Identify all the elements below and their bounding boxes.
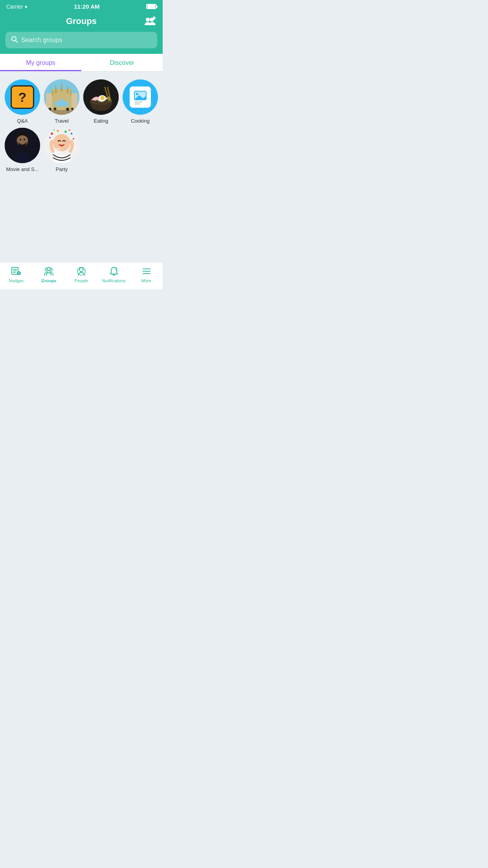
svg-point-26 [101,96,105,100]
groups-content: ? Q&A [0,72,163,262]
page-title: Groups [66,16,97,26]
status-bar: Carrier ▾ 11:20 AM [0,0,163,12]
status-time: 11:20 AM [74,3,99,10]
battery-icon [146,4,156,9]
svg-text:hello: hello [55,147,61,150]
tab-discover[interactable]: Discover [81,54,163,71]
svg-rect-15 [55,101,59,107]
people-label: People [75,278,88,283]
notifications-icon [108,266,119,277]
svg-point-49 [71,133,73,135]
carrier-label: Carrier [6,4,23,10]
nav-item-notifications[interactable]: Notifications [97,266,130,283]
group-item-cooking[interactable]: Cooking [122,79,159,124]
more-label: More [141,278,151,283]
svg-rect-16 [64,101,68,107]
groups-icon [43,266,54,277]
qa-icon: ? [11,85,34,109]
svg-point-68 [114,267,118,271]
svg-point-53 [69,129,71,131]
group-name-cooking: Cooking [131,118,150,124]
group-name-movie: Movie and S... [6,166,39,172]
svg-point-19 [54,108,57,110]
svg-point-65 [47,267,50,270]
svg-point-20 [66,108,69,111]
group-avatar-movie [5,128,40,163]
svg-point-48 [64,131,67,133]
group-item-qa[interactable]: ? Q&A [4,79,41,124]
svg-point-0 [146,18,150,22]
group-avatar-eating [83,79,119,115]
group-name-qa: Q&A [17,118,28,124]
svg-line-5 [16,40,18,42]
bottom-nav: Nudges Groups People Notifications [0,262,163,289]
nav-item-people[interactable]: People [65,266,98,283]
svg-rect-37 [134,103,140,105]
svg-point-34 [136,93,138,95]
search-placeholder: Search groups [21,37,62,44]
svg-rect-43 [5,128,40,163]
svg-rect-17 [44,110,79,115]
nav-item-more[interactable]: More [130,266,163,283]
wifi-icon: ▾ [25,4,28,10]
more-icon [141,266,152,277]
group-name-eating: Eating [94,118,108,124]
group-item-travel[interactable]: Travel [43,79,80,124]
group-name-travel: Travel [55,118,69,124]
groups-header: Groups [0,12,163,32]
group-item-eating[interactable]: Eating [83,79,119,124]
group-item-movie[interactable]: Movie and S... [4,128,41,172]
svg-point-62 [19,274,20,275]
svg-point-46 [51,132,53,135]
search-bar[interactable]: Search groups [6,32,157,48]
tab-my-groups[interactable]: My groups [0,54,81,71]
svg-point-21 [71,108,73,110]
nav-item-groups[interactable]: Groups [33,266,65,283]
search-container: Search groups [0,32,163,54]
people-icon [76,266,87,277]
svg-point-66 [79,268,83,272]
search-icon [11,36,18,44]
group-avatar-travel [44,79,79,115]
svg-rect-36 [134,101,142,103]
svg-point-50 [73,138,74,140]
groups-label: Groups [41,278,57,283]
group-avatar-cooking [123,79,158,115]
status-icons [146,4,156,9]
svg-point-52 [53,129,55,131]
svg-point-51 [49,137,51,138]
group-name-party: Party [56,166,68,172]
nudges-label: Nudges [9,278,24,283]
svg-rect-14 [59,99,64,107]
svg-point-47 [57,130,59,132]
svg-point-18 [48,108,51,111]
group-avatar-qa: ? [5,79,40,115]
group-avatar-party: hello friday! [44,128,79,163]
tabs-container: My groups Discover [0,54,163,72]
nav-item-nudges[interactable]: Nudges [0,266,33,283]
carrier-info: Carrier ▾ [6,4,28,10]
cooking-icon [130,86,151,108]
group-item-party[interactable]: hello friday! Party [43,128,80,172]
notifications-label: Notifications [102,278,126,283]
groups-grid: ? Q&A [4,79,159,172]
svg-point-28 [95,97,99,99]
nudges-icon [11,266,22,277]
add-group-button[interactable] [145,16,156,28]
